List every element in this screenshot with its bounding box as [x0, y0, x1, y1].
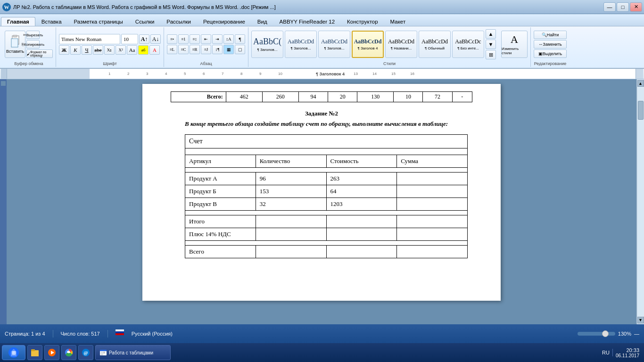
format-painter-button[interactable]: 🖌 Формат по образцу	[26, 49, 53, 58]
total-label: Всего:	[171, 92, 226, 102]
change-styles-button[interactable]: A Изменить стили	[501, 31, 528, 58]
decrease-indent-button[interactable]: ⇤	[201, 34, 211, 44]
borders-button[interactable]: ▢	[235, 45, 245, 54]
scroll-down-button[interactable]: ▼	[637, 317, 644, 323]
taskbar-email[interactable]: @	[78, 345, 93, 360]
invoice-grand-total-row: Всего	[185, 246, 468, 258]
document-area[interactable]: Всего: 462 260 94 20 130 10 72 - Задание…	[7, 79, 636, 324]
right-scrollbar[interactable]: ▲ ▼	[636, 79, 644, 324]
zoom-slider-track[interactable]	[578, 332, 615, 336]
style-heading4-active[interactable]: AaBbCcDd ¶ Заголов 4	[352, 31, 384, 58]
underline-button[interactable]: Ч	[82, 45, 92, 55]
product-a-sum	[397, 173, 468, 185]
svg-text:@: @	[83, 350, 88, 355]
scroll-up-button[interactable]: ▲	[637, 80, 644, 87]
font-color-button[interactable]: А	[149, 45, 160, 55]
top-table-val-5: 130	[357, 92, 394, 102]
task-description: В конце третьего абзаца создайте таблицу…	[171, 120, 472, 128]
case-button[interactable]: Аа	[127, 45, 137, 55]
zoom-minus-icon[interactable]: —	[634, 331, 639, 337]
style-heading3[interactable]: AaBbCcDd ¶ Заголов...	[318, 31, 350, 58]
tab-review[interactable]: Рецензирование	[197, 17, 251, 26]
increase-indent-button[interactable]: ⇥	[212, 34, 223, 44]
style-heading2[interactable]: AaBbCcDd ¶ Заголов...	[285, 31, 317, 58]
tab-mailings[interactable]: Рассылки	[160, 17, 197, 26]
minimize-button[interactable]: —	[603, 2, 616, 12]
style-heading1[interactable]: AaBbC( ¶ Заголов...	[251, 31, 283, 58]
subscript-button[interactable]: X₂	[104, 45, 115, 55]
style-title[interactable]: AaBbCcDd ¶ Названи...	[385, 31, 417, 58]
taskbar-chrome[interactable]	[61, 345, 76, 360]
paragraph-group: ≡• ≡1 ≡↕ ⇤ ⇥ ↕A ¶ ≡L ≡C ≡R ≡J ↕¶ ▦ ▢ Абз…	[164, 27, 248, 67]
scroll-thumb[interactable]	[638, 101, 644, 120]
shrink-font-button[interactable]: A↓	[150, 34, 161, 44]
line-spacing-button[interactable]: ↕¶	[212, 45, 223, 54]
ribbon-tab-bar: Главная Вставка Разметка страницы Ссылки…	[0, 14, 644, 26]
taskbar-media-player[interactable]	[44, 345, 59, 360]
font-size-dropdown[interactable]: 10	[121, 34, 138, 44]
justify-button[interactable]: ≡J	[201, 45, 211, 54]
language-status: Русский (Россия)	[132, 331, 173, 337]
strikethrough-button[interactable]: abe	[93, 45, 103, 55]
sort-button[interactable]: ↕A	[223, 34, 234, 44]
close-button[interactable]: ✕	[630, 2, 642, 12]
italic-button[interactable]: К	[70, 45, 81, 55]
title-bar: W ЛР №2. Работа с таблицами в MS Word. Р…	[0, 0, 644, 14]
taskbar-file-explorer[interactable]	[27, 345, 42, 360]
main-area: Всего: 462 260 94 20 130 10 72 - Задание…	[0, 79, 644, 324]
tray-lang: RU	[602, 350, 610, 355]
zoom-slider-thumb[interactable]	[602, 330, 609, 337]
bold-button[interactable]: Ж	[59, 45, 69, 55]
superscript-button[interactable]: X²	[116, 45, 126, 55]
highlight-button[interactable]: аб	[138, 45, 149, 55]
show-marks-button[interactable]: ¶	[235, 34, 245, 44]
product-a-name: Продукт А	[185, 173, 256, 185]
tab-insert[interactable]: Вставка	[35, 17, 68, 26]
style-normal[interactable]: AaBbCcDd ¶ Обычный	[419, 31, 451, 58]
replace-button[interactable]: ↔ Заменить	[534, 40, 567, 49]
styles-up-button[interactable]: ▲	[486, 29, 496, 39]
start-button[interactable]: ⊞	[2, 345, 25, 360]
styles-more-button[interactable]: ⊞	[486, 50, 496, 59]
multilevel-button[interactable]: ≡↕	[190, 34, 200, 44]
top-table-val-4: 20	[328, 92, 357, 102]
tab-home[interactable]: Главная	[1, 17, 35, 26]
svg-rect-4	[13, 35, 17, 37]
tab-constructor[interactable]: Конструктор	[341, 17, 384, 26]
product-b-sum	[397, 185, 468, 198]
tab-page-layout[interactable]: Разметка страницы	[68, 17, 129, 26]
top-table-val-6: 10	[394, 92, 423, 102]
tab-layout[interactable]: Макет	[384, 17, 412, 26]
invoice-title-row: Счет	[185, 135, 468, 148]
align-left-button[interactable]: ≡L	[167, 45, 177, 54]
font-name-row: Times New Roman 10 A↑ A↓	[59, 34, 161, 44]
grow-font-button[interactable]: A↑	[139, 34, 149, 44]
cut-button[interactable]: ✂ Вырезать	[26, 31, 40, 39]
tab-view[interactable]: Вид	[251, 17, 273, 26]
shading-button[interactable]: ▦	[223, 45, 234, 54]
col-header-sum: Сумма	[397, 155, 468, 168]
paragraph-label: Абзац	[200, 61, 212, 66]
product-b-price: 64	[326, 185, 397, 198]
maximize-button[interactable]: □	[617, 2, 629, 12]
numbering-button[interactable]: ≡1	[178, 34, 189, 44]
style-no-spacing[interactable]: AaBbCcDc ¶ Без инте...	[452, 31, 484, 58]
top-table-val-1: 462	[226, 92, 262, 102]
styles-nav: ▲ ▼ ⊞	[486, 29, 496, 59]
ribbon-content: Вставить ✂ Вырезать ⎘ Копировать 🖌 Форма…	[0, 26, 644, 69]
font-name-dropdown[interactable]: Times New Roman	[59, 34, 120, 44]
align-center-button[interactable]: ≡C	[178, 45, 189, 54]
select-button[interactable]: ▣ Выделить	[534, 49, 567, 58]
tab-references[interactable]: Ссылки	[129, 17, 161, 26]
align-right-button[interactable]: ≡R	[190, 45, 200, 54]
status-bar: Страница: 1 из 4 Число слов: 517 Русский…	[0, 324, 644, 343]
invoice-product-row-v: Продукт В 32 1203	[185, 198, 468, 211]
active-window-button[interactable]: Работа с таблицами	[95, 345, 171, 360]
product-v-qty: 32	[256, 198, 326, 211]
styles-down-button[interactable]: ▼	[486, 40, 496, 49]
styles-label: Стили	[383, 61, 396, 66]
tab-abbyy[interactable]: ABBYY FineReader 12	[273, 17, 341, 26]
bullets-button[interactable]: ≡•	[167, 34, 177, 44]
find-button[interactable]: 🔍 Найти	[534, 31, 567, 39]
copy-button[interactable]: ⎘ Копировать	[26, 40, 40, 49]
